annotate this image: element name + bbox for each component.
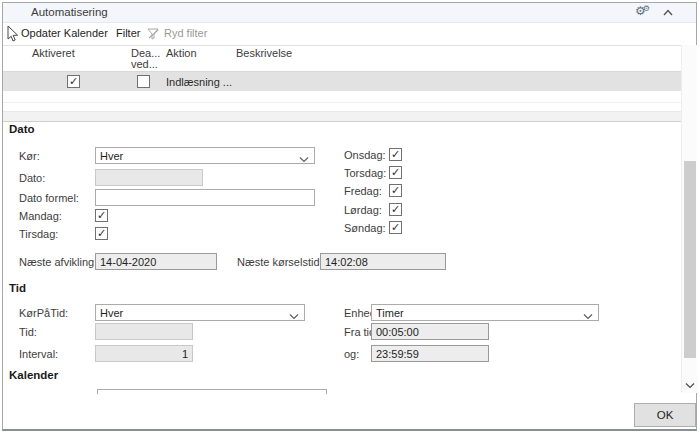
fra-tid-field[interactable] (371, 323, 489, 340)
naeste-afvikling-field[interactable] (95, 253, 217, 270)
clear-filter-icon (147, 28, 160, 42)
settings-gears-icon[interactable]: ⚙⚙ (635, 4, 650, 18)
interval-label: Interval: (19, 348, 58, 360)
naeste-afvikling-label: Næste afvikling: (19, 256, 97, 268)
titlebar: Automatisering ⚙⚙ (3, 3, 696, 23)
torsdag-label: Torsdag: (344, 167, 386, 179)
naeste-korselstid-field[interactable] (320, 253, 446, 270)
chevron-down-icon (583, 310, 593, 322)
chevron-down-icon (299, 153, 309, 165)
table-row-selected[interactable]: Indlæsning ... (3, 72, 682, 91)
og-field[interactable] (371, 345, 489, 362)
dato-label: Dato: (19, 172, 45, 184)
kor-dropdown-value: Hver (100, 150, 123, 162)
section-heading-kalender: Kalender (9, 369, 58, 381)
clear-filter-button[interactable]: Ryd filter (164, 27, 207, 39)
mandag-label: Mandag: (19, 210, 62, 222)
tid-field[interactable] (95, 323, 193, 340)
enhed-dropdown-value: Timer (376, 307, 404, 319)
checkbox-onsdag[interactable] (389, 148, 402, 161)
checkbox-torsdag[interactable] (389, 166, 402, 179)
column-header-aktion[interactable]: Aktion (166, 48, 197, 59)
toolbar: Opdater Kalender Filter Ryd filter (3, 23, 696, 46)
row-separator (3, 102, 682, 103)
update-calendar-button[interactable]: Opdater Kalender (21, 27, 108, 39)
vertical-scrollbar[interactable] (681, 45, 697, 393)
grid-footer-strip (3, 111, 682, 122)
checkbox-tirsdag[interactable] (95, 227, 108, 240)
dato-formel-field[interactable] (95, 189, 315, 206)
row-aktion-value: Indlæsning ... (166, 76, 232, 88)
column-header-deaktiveret-ved[interactable]: Dea...ved... (131, 48, 160, 70)
section-heading-tid: Tid (9, 282, 26, 294)
onsdag-label: Onsdag: (344, 149, 386, 161)
filter-button[interactable]: Filter (116, 27, 140, 39)
kor-pa-tid-dropdown-value: Hver (100, 307, 123, 319)
kor-label: Kør: (19, 150, 40, 162)
checkbox-aktiveret[interactable] (67, 75, 80, 88)
kor-dropdown[interactable]: Hver (95, 147, 315, 164)
chevron-down-icon (289, 310, 299, 322)
sondag-label: Søndag: (344, 222, 386, 234)
checkbox-mandag[interactable] (95, 209, 108, 222)
kor-pa-tid-label: KørPåTid: (19, 307, 68, 319)
checkbox-sondag[interactable] (389, 221, 402, 234)
tid-label: Tid: (19, 326, 37, 338)
dato-field[interactable] (95, 169, 203, 186)
naeste-korselstid-label: Næste kørselstid: (237, 256, 323, 268)
checkbox-deaktiveret-ved[interactable] (137, 75, 150, 88)
column-header-aktiveret[interactable]: Aktiveret (32, 48, 75, 59)
scrollbar-down-button[interactable] (682, 377, 698, 393)
checkbox-lordag[interactable] (389, 203, 402, 216)
fredag-label: Fredag: (344, 185, 382, 197)
enhed-dropdown[interactable]: Timer (371, 304, 599, 321)
grid-header: Aktiveret Dea...ved... Aktion Beskrivels… (3, 45, 682, 72)
ok-button[interactable]: OK (634, 403, 696, 427)
tirsdag-label: Tirsdag: (19, 228, 58, 240)
section-heading-dato: Dato (9, 123, 35, 135)
chevron-down-icon (685, 382, 695, 389)
dato-formel-label: Dato formel: (19, 192, 79, 204)
kor-pa-tid-dropdown[interactable]: Hver (95, 304, 305, 321)
lordag-label: Lørdag: (344, 204, 382, 216)
automation-dialog-window: Automatisering ⚙⚙ Opdater Kalender Filte… (2, 2, 697, 431)
interval-field[interactable] (95, 345, 193, 362)
column-header-beskrivelse[interactable]: Beskrivelse (236, 48, 292, 59)
og-label: og: (344, 348, 359, 360)
page-title: Automatisering (31, 6, 108, 18)
kalender-partial-control (97, 389, 327, 394)
mouse-cursor-icon (6, 25, 20, 45)
scrollbar-thumb[interactable] (684, 161, 696, 358)
collapse-chevron-up-icon[interactable] (662, 7, 674, 19)
checkbox-fredag[interactable] (389, 184, 402, 197)
